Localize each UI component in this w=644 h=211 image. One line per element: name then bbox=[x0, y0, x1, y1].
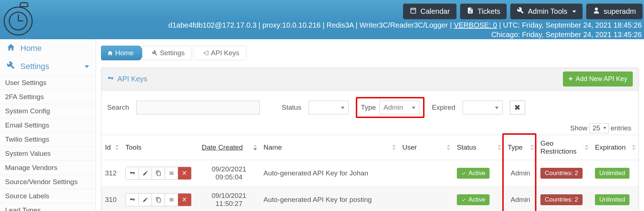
chevron-down-icon bbox=[572, 11, 576, 13]
cell-id: 310 bbox=[101, 187, 122, 211]
user-icon bbox=[593, 7, 600, 16]
chevron-down-icon bbox=[85, 65, 89, 68]
chevron-down-icon bbox=[341, 107, 345, 109]
expired-select[interactable] bbox=[463, 101, 503, 114]
delete-button[interactable] bbox=[178, 167, 191, 179]
type-select[interactable]: Admin bbox=[379, 101, 419, 114]
copy-button[interactable] bbox=[152, 167, 165, 179]
tickets-button[interactable]: Tickets bbox=[460, 4, 507, 19]
breadcrumb: Home Settings API Keys bbox=[101, 46, 639, 60]
cell-geo: Countries: 2 bbox=[537, 160, 591, 187]
col-date[interactable]: Date Created bbox=[198, 135, 260, 160]
crumb-home[interactable]: Home bbox=[101, 46, 141, 60]
expiration-badge: Unlimited bbox=[595, 168, 629, 179]
calendar-button[interactable]: Calendar bbox=[403, 4, 456, 19]
chevron-down-icon bbox=[495, 107, 499, 109]
sidebar-sub-item[interactable]: Twilio Settings bbox=[0, 132, 96, 146]
view-key-button[interactable] bbox=[126, 167, 139, 179]
status-select[interactable] bbox=[309, 101, 349, 114]
col-id[interactable]: Id bbox=[101, 135, 122, 160]
cell-date: 09/20/2021 09:05:04 bbox=[198, 160, 260, 187]
edit-button[interactable] bbox=[139, 167, 152, 179]
type-filter-highlight: Type Admin bbox=[356, 97, 424, 118]
geo-badge: Countries: 2 bbox=[540, 194, 583, 205]
panel-apikeys: API Keys + Add New API Key Search Status… bbox=[101, 68, 639, 211]
sidebar-sub-item[interactable]: System Values bbox=[0, 146, 96, 161]
page-size-value: 25 bbox=[593, 124, 600, 132]
close-icon: ✖ bbox=[514, 103, 520, 112]
clear-filters-button[interactable]: ✖ bbox=[510, 101, 525, 114]
sidebar-sub-item[interactable]: Email Settings bbox=[0, 118, 96, 132]
table-row: 310 09/10/2021 11:50:27 Auto-generated A… bbox=[101, 187, 639, 211]
view-key-button[interactable] bbox=[126, 194, 139, 206]
col-user[interactable]: User bbox=[399, 135, 453, 160]
row-tools bbox=[125, 193, 192, 206]
api-keys-table: Id Tools Date Created Name User Status T… bbox=[101, 135, 639, 211]
cell-status: Active bbox=[453, 187, 504, 211]
sidebar-sub-item[interactable]: User Settings bbox=[0, 76, 96, 90]
entries-label: entries bbox=[611, 124, 631, 132]
edit-button[interactable] bbox=[139, 194, 152, 206]
sidebar-sub-item[interactable]: Source/Vendor Settings bbox=[0, 175, 96, 189]
row-tools bbox=[125, 167, 192, 180]
col-geo[interactable]: Geo Restrictions bbox=[537, 135, 591, 160]
crumb-settings-label: Settings bbox=[160, 49, 185, 57]
table-row: 312 09/20/2021 09:05:04 Auto-generated A… bbox=[101, 160, 639, 187]
verbose-link[interactable]: VERBOSE: 0 bbox=[454, 21, 497, 29]
cell-status: Active bbox=[453, 160, 504, 187]
cell-id: 312 bbox=[101, 160, 122, 187]
sidebar-sub-item[interactable]: Source Labels bbox=[0, 189, 96, 203]
cell-exp: Unlimited bbox=[591, 187, 639, 211]
show-label: Show bbox=[570, 124, 588, 132]
search-input[interactable] bbox=[136, 101, 260, 114]
key-icon bbox=[107, 75, 114, 83]
col-exp[interactable]: Expiration bbox=[591, 135, 639, 160]
cell-exp: Unlimited bbox=[591, 160, 639, 187]
col-name[interactable]: Name bbox=[260, 135, 399, 160]
server-info: d1abe4fdb102@172.17.0.3 | proxy:10.0.10.… bbox=[168, 21, 454, 29]
panel-title: API Keys bbox=[117, 75, 147, 83]
delete-button[interactable] bbox=[178, 194, 191, 206]
sidebar-sub-item[interactable]: System Config bbox=[0, 104, 96, 118]
copy-button[interactable] bbox=[152, 194, 165, 206]
panel-header: API Keys + Add New API Key bbox=[101, 68, 639, 90]
calendar-icon bbox=[410, 7, 417, 16]
crumb-settings[interactable]: Settings bbox=[142, 46, 192, 60]
sidebar-settings-label: Settings bbox=[20, 62, 49, 71]
sidebar-sub-item[interactable]: 2FA Settings bbox=[0, 90, 96, 104]
col-tools[interactable]: Tools bbox=[122, 135, 198, 160]
add-api-key-button[interactable]: + Add New API Key bbox=[563, 72, 633, 86]
col-type[interactable]: Type bbox=[504, 135, 537, 160]
geo-badge: Countries: 2 bbox=[540, 168, 583, 179]
sidebar-item-home[interactable]: Home bbox=[0, 39, 96, 57]
entries-control: Show 25 entries bbox=[101, 122, 639, 135]
cell-date: 09/10/2021 11:50:27 bbox=[198, 187, 260, 211]
cell-type: Admin bbox=[504, 187, 537, 211]
page-size-select[interactable]: 25 bbox=[589, 123, 609, 133]
cell-geo: Countries: 2 bbox=[537, 187, 591, 211]
type-select-value: Admin bbox=[383, 104, 403, 111]
add-api-key-label: Add New API Key bbox=[576, 75, 627, 83]
calendar-label: Calendar bbox=[420, 7, 450, 16]
admin-tools-button[interactable]: Admin Tools bbox=[510, 4, 583, 19]
sidebar-sub-item[interactable]: Manage Vendors bbox=[0, 161, 96, 175]
list-button[interactable] bbox=[165, 167, 178, 179]
list-button[interactable] bbox=[165, 194, 178, 206]
sidebar-sub-item[interactable]: Lead Types bbox=[0, 203, 96, 211]
chevron-down-icon bbox=[412, 107, 415, 109]
expired-label: Expired bbox=[432, 104, 455, 111]
topbar-buttons: Calendar Tickets Admin Tools superadm bbox=[403, 4, 643, 19]
sidebar-item-settings[interactable]: Settings bbox=[0, 57, 96, 76]
cell-tools bbox=[122, 187, 198, 211]
crumb-apikeys[interactable]: API Keys bbox=[193, 46, 246, 60]
col-status[interactable]: Status bbox=[453, 135, 504, 160]
cell-tools bbox=[122, 160, 198, 187]
topbar: Calendar Tickets Admin Tools superadm d1… bbox=[0, 0, 644, 39]
cell-user bbox=[399, 160, 453, 187]
plus-icon: + bbox=[568, 75, 573, 83]
status-label: Status bbox=[282, 104, 301, 111]
search-label: Search bbox=[107, 104, 129, 111]
user-menu-button[interactable]: superadm bbox=[586, 4, 643, 19]
sidebar-home-label: Home bbox=[20, 44, 42, 53]
status-badge: Active bbox=[457, 168, 490, 179]
